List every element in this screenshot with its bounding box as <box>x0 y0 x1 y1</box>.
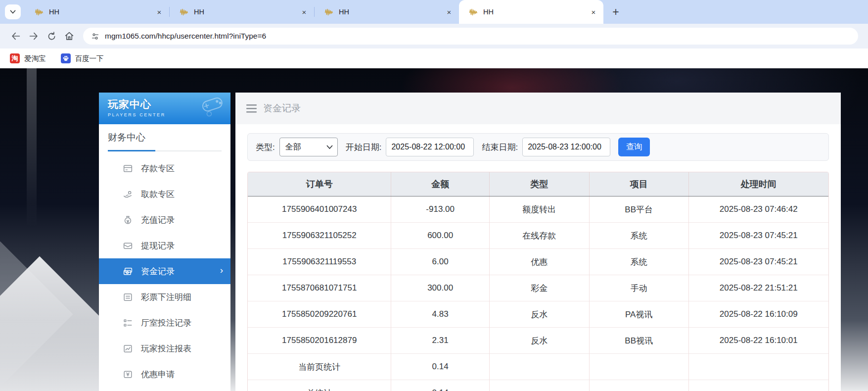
banknotes-icon <box>123 266 133 277</box>
new-tab-button[interactable]: + <box>608 4 623 19</box>
forward-button[interactable] <box>25 28 43 45</box>
cell-time: 2025-08-23 07:45:21 <box>688 223 828 249</box>
cell-item: 手动 <box>589 275 688 301</box>
hamburger-menu-icon[interactable] <box>246 104 257 113</box>
tab-close-icon[interactable]: × <box>154 7 164 17</box>
fund-records-table: 订单号金额类型项目处理时间 1755906401007243-913.00额度转… <box>247 172 829 391</box>
column-header-time: 处理时间 <box>688 172 828 196</box>
table-header-row: 订单号金额类型项目处理时间 <box>248 172 828 196</box>
cell-amount: 300.00 <box>391 275 489 301</box>
cell-time: 2025-08-23 07:46:42 <box>688 196 828 223</box>
main-panel: 资金记录 类型: 全部 开始日期: 结束日期: 查询 订单号金额类型项目处理时间… <box>235 93 841 391</box>
browser-tab-4[interactable]: HH× <box>459 0 603 24</box>
sidebar-item-lottery-bet-details[interactable]: 彩票下注明细 <box>99 284 230 310</box>
home-button[interactable] <box>60 28 78 45</box>
address-bar[interactable]: mgm1065.com/hhcp/usercenter.html?iniType… <box>83 28 858 45</box>
cell-type: 在线存款 <box>489 223 589 249</box>
url-text: mgm1065.com/hhcp/usercenter.html?iniType… <box>105 32 266 41</box>
site-favicon-icon <box>35 8 44 16</box>
grid-list-icon <box>123 318 133 328</box>
table-row: 1755906321105252600.00在线存款系统2025-08-23 0… <box>248 223 828 249</box>
cell-amount: 6.00 <box>391 249 489 275</box>
sidebar-section: 财务中心 <box>99 124 230 151</box>
player-center-sidebar: 玩家中心 PLAYERS CENTER 财务中心 存款专区取款专区充值记录提现记… <box>99 93 230 391</box>
browser-tab-2[interactable]: HH× <box>170 0 314 24</box>
sidebar-banner: 玩家中心 PLAYERS CENTER <box>99 93 230 124</box>
table-row: 17558502016128792.31反水BB视讯2025-08-22 16:… <box>248 328 828 354</box>
cell-order-no: 1755906401007243 <box>248 196 391 223</box>
cell-time <box>688 354 828 380</box>
tab-close-icon[interactable]: × <box>589 7 598 17</box>
cell-order-no: 1755906321119553 <box>248 249 391 275</box>
page-viewport: 玩家中心 PLAYERS CENTER 财务中心 存款专区取款专区充值记录提现记… <box>0 68 868 391</box>
sidebar-item-hall-bet-records[interactable]: 厅室投注记录 <box>99 310 230 336</box>
chart-report-icon <box>123 343 133 354</box>
tab-close-icon[interactable]: × <box>299 7 309 17</box>
sidebar-item-withdrawal-records[interactable]: 提现记录 <box>99 233 230 258</box>
cell-item: 系统 <box>589 249 688 275</box>
home-icon <box>64 31 75 42</box>
end-date-label: 结束日期: <box>482 142 518 153</box>
sidebar-item-deposit-zone[interactable]: 存款专区 <box>99 155 230 181</box>
sidebar-item-label: 存款专区 <box>141 163 175 174</box>
summary-row: 当前页统计0.14 <box>248 354 828 380</box>
cell-time: 2025-08-22 16:10:01 <box>688 328 828 354</box>
tab-title: HH <box>194 8 299 16</box>
browser-tab-3[interactable]: HH× <box>315 0 459 24</box>
cell-order-no: 1755870681071751 <box>248 275 391 301</box>
main-header: 资金记录 <box>235 93 841 124</box>
end-date-input[interactable] <box>522 138 610 156</box>
sidebar-item-fund-records[interactable]: 资金记录› <box>99 258 230 284</box>
cell-order-no: 1755850209220761 <box>248 301 391 328</box>
cell-order-no: 总统计 <box>248 380 391 391</box>
bookmark-aitaobao[interactable]: 淘 爱淘宝 <box>10 53 46 63</box>
cell-item <box>589 354 688 380</box>
bookmark-baidu[interactable]: 百度一下 <box>61 53 104 63</box>
cell-type: 彩金 <box>489 275 589 301</box>
table-row: 17558502092207614.83反水PA视讯2025-08-22 16:… <box>248 301 828 328</box>
cell-time: 2025-08-22 16:10:09 <box>688 301 828 328</box>
cell-time: 2025-08-22 21:51:21 <box>688 275 828 301</box>
wallet-icon <box>123 241 133 251</box>
receipt-list-icon <box>123 292 133 302</box>
browser-tab-1[interactable]: HH× <box>25 0 169 24</box>
tab-title: HH <box>339 8 444 16</box>
chevron-right-icon: › <box>220 265 223 276</box>
sidebar-item-player-bet-report[interactable]: 玩家投注报表 <box>99 336 230 361</box>
bookmark-label: 爱淘宝 <box>24 54 46 63</box>
withdraw-hand-icon <box>123 189 133 199</box>
chevron-down-icon <box>326 145 333 149</box>
back-button[interactable] <box>7 28 25 45</box>
start-date-label: 开始日期: <box>346 142 382 153</box>
reload-button[interactable] <box>43 28 60 45</box>
tab-search-chevron-button[interactable] <box>5 4 21 19</box>
cell-amount: 0.14 <box>391 380 489 391</box>
sidebar-section-title: 财务中心 <box>108 131 222 144</box>
sidebar-item-recharge-records[interactable]: 充值记录 <box>99 207 230 233</box>
start-date-input[interactable] <box>386 138 474 156</box>
background-streak <box>27 68 37 227</box>
section-underline <box>108 150 222 151</box>
cell-item: BB视讯 <box>589 328 688 354</box>
type-select[interactable]: 全部 <box>279 138 338 156</box>
sidebar-item-label: 充值记录 <box>141 214 175 226</box>
forward-arrow-icon <box>28 31 39 42</box>
sidebar-item-withdraw-zone[interactable]: 取款专区 <box>99 181 230 207</box>
cell-type: 反水 <box>489 328 589 354</box>
sidebar-item-promo-apply[interactable]: 优惠申请 <box>99 361 230 387</box>
cell-amount: 4.83 <box>391 301 489 328</box>
sidebar-menu: 存款专区取款专区充值记录提现记录资金记录›彩票下注明细厅室投注记录玩家投注报表优… <box>99 155 230 391</box>
column-header-order-no: 订单号 <box>248 172 391 196</box>
tab-title: HH <box>49 8 154 16</box>
sidebar-item-label: 资金记录 <box>141 266 175 277</box>
sidebar-item-label: 彩票下注明细 <box>141 292 191 303</box>
cell-amount: 2.31 <box>391 328 489 354</box>
tab-close-icon[interactable]: × <box>444 7 454 17</box>
sidebar-item-promo-apply-records[interactable]: 优惠申请记录 <box>99 387 230 391</box>
cell-item: PA视讯 <box>589 301 688 328</box>
type-select-value: 全部 <box>285 142 301 152</box>
cell-time: 2025-08-23 07:45:21 <box>688 249 828 275</box>
search-button[interactable]: 查询 <box>618 138 650 156</box>
table-row: 17559063211195536.00优惠系统2025-08-23 07:45… <box>248 249 828 275</box>
cell-order-no: 当前页统计 <box>248 354 391 380</box>
